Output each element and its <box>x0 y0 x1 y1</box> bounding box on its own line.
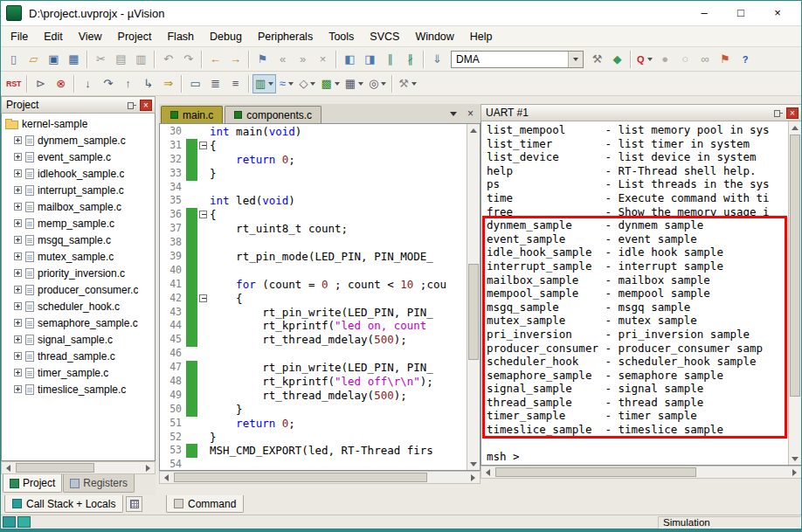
system-viewer-icon-dropdown[interactable] <box>335 82 340 86</box>
tree-item-kernel-sample[interactable]: kernel-sample <box>2 115 155 132</box>
nav-back-icon[interactable]: ← <box>205 50 225 69</box>
project-hscrollbar[interactable] <box>1 461 156 474</box>
step-out-icon[interactable]: ↑ <box>118 74 138 93</box>
menu-item-file[interactable]: File <box>3 28 36 45</box>
menu-item-debug[interactable]: Debug <box>202 28 250 45</box>
minimize-button[interactable]: – <box>686 2 722 24</box>
analysis-window-icon[interactable]: ≈ <box>276 74 296 93</box>
kill-breakpoints-icon[interactable]: ∞ <box>695 50 716 69</box>
step-into-icon[interactable]: ↓ <box>78 74 98 93</box>
tree-item-timer-sample-c[interactable]: timer_sample.c <box>2 364 155 381</box>
tab-call-stack-locals[interactable]: Call Stack + Locals <box>4 495 123 513</box>
tree-item-producer-consumer-c[interactable]: producer_consumer.c <box>2 281 155 298</box>
command-window-icon[interactable]: ▭ <box>185 74 205 93</box>
target-select[interactable]: DMA <box>451 51 584 68</box>
save-all-icon[interactable]: ▦ <box>64 50 84 69</box>
find-in-files-icon[interactable]: Q <box>634 50 655 69</box>
editor-hscrollbar[interactable] <box>159 471 481 484</box>
status-panel-icon-2[interactable] <box>17 516 31 528</box>
expand-icon[interactable] <box>14 286 22 294</box>
scroll-right-icon[interactable] <box>788 466 801 478</box>
trace-window-icon[interactable]: ◇ <box>296 74 318 93</box>
tree-item-scheduler-hook-c[interactable]: scheduler_hook.c <box>2 298 155 314</box>
tree-item-interrupt-sample-c[interactable]: interrupt_sample.c <box>2 182 155 198</box>
expand-icon[interactable] <box>14 203 22 211</box>
expand-icon[interactable] <box>14 153 22 161</box>
step-over-icon[interactable]: ↷ <box>98 74 118 93</box>
serial-window-icon-dropdown[interactable] <box>268 82 273 86</box>
scroll-down-icon[interactable] <box>789 453 801 465</box>
scroll-up-icon[interactable] <box>789 121 801 134</box>
help-icon[interactable]: ? <box>736 50 756 69</box>
new-file-icon[interactable]: ▯ <box>3 50 24 69</box>
memory-window-icon[interactable]: ▦ <box>342 74 366 93</box>
nav-forward-icon[interactable]: → <box>225 50 245 69</box>
expand-icon[interactable] <box>14 302 22 310</box>
toolbox-icon-dropdown[interactable] <box>411 82 417 86</box>
serial-window-icon[interactable]: ▥ <box>252 74 276 93</box>
paste-icon[interactable]: ▥ <box>131 50 151 69</box>
view-grid-button[interactable] <box>126 496 142 512</box>
menu-item-window[interactable]: Window <box>407 28 461 45</box>
undo-icon[interactable]: ↶ <box>158 50 178 69</box>
maximize-button[interactable]: □ <box>722 2 759 24</box>
fold-collapse-icon[interactable] <box>199 294 207 302</box>
tab-command[interactable]: Command <box>166 495 244 513</box>
fold-collapse-icon[interactable] <box>199 142 207 149</box>
uart-close-icon[interactable]: × <box>786 107 799 119</box>
scroll-thumb[interactable] <box>174 473 427 482</box>
tree-item-thread-sample-c[interactable]: thread_sample.c <box>2 348 155 364</box>
pin-icon[interactable] <box>126 100 137 111</box>
code-area[interactable]: 30int main(void)31{32 return 0;33}3435in… <box>160 124 467 470</box>
uart-output[interactable]: list_mempool - list memory pool in sysli… <box>481 121 788 465</box>
manage-rte-icon[interactable]: ◆ <box>607 50 627 69</box>
target-select-dropdown-icon[interactable] <box>568 52 583 67</box>
tree-item-signal-sample-c[interactable]: signal_sample.c <box>2 331 155 348</box>
expand-icon[interactable] <box>14 136 22 144</box>
reset-icon[interactable]: RST <box>3 74 24 93</box>
expand-icon[interactable] <box>14 352 22 360</box>
clear-bookmarks-icon[interactable]: × <box>313 50 333 69</box>
tree-item-dynmem-sample-c[interactable]: dynmem_sample.c <box>2 132 155 149</box>
expand-icon[interactable] <box>14 236 22 244</box>
editor-tab-main-c[interactable]: main.c <box>161 106 223 123</box>
tab-registers[interactable]: Registers <box>63 474 135 493</box>
close-file-button[interactable] <box>464 107 477 121</box>
tree-item-semaphore-sample-c[interactable]: semaphore_sample.c <box>2 314 155 331</box>
scroll-thumb[interactable] <box>495 467 696 477</box>
tree-item-mutex-sample-c[interactable]: mutex_sample.c <box>2 248 155 265</box>
expand-icon[interactable] <box>14 219 22 227</box>
scroll-down-icon[interactable] <box>467 458 480 470</box>
expand-icon[interactable] <box>14 169 22 177</box>
system-viewer-icon[interactable]: ▩ <box>318 74 342 93</box>
save-icon[interactable]: ▣ <box>44 50 64 69</box>
open-folder-icon[interactable]: ▱ <box>24 50 44 69</box>
fold-collapse-icon[interactable] <box>199 211 207 218</box>
insert-breakpoint-icon[interactable]: ● <box>655 50 675 69</box>
menu-item-tools[interactable]: Tools <box>321 28 362 45</box>
scroll-up-icon[interactable] <box>467 124 480 136</box>
uncomment-icon[interactable]: ∦ <box>400 50 420 69</box>
find-in-files-icon-dropdown[interactable] <box>647 58 653 61</box>
show-next-statement-icon[interactable]: ⇒ <box>158 74 178 93</box>
scroll-right-icon[interactable] <box>467 472 480 483</box>
expand-icon[interactable] <box>14 186 22 194</box>
scroll-left-icon[interactable] <box>481 466 494 478</box>
watch-window-icon-dropdown[interactable] <box>381 82 386 86</box>
menu-item-view[interactable]: View <box>71 28 110 45</box>
scroll-thumb[interactable] <box>790 135 800 397</box>
tree-item-priority-inversion-c[interactable]: priority_inversion.c <box>2 265 155 281</box>
bookmark-icon[interactable]: ⚑ <box>252 50 273 69</box>
indent-icon[interactable]: ◨ <box>360 50 380 69</box>
menu-item-flash[interactable]: Flash <box>159 28 202 45</box>
tree-item-idlehook-sample-c[interactable]: idlehook_sample.c <box>2 165 155 182</box>
comment-icon[interactable]: ∥ <box>380 50 400 69</box>
tree-item-timeslice-sample-c[interactable]: timeslice_sample.c <box>2 381 155 397</box>
menu-item-edit[interactable]: Edit <box>36 28 71 45</box>
tree-item-msgq-sample-c[interactable]: msgq_sample.c <box>2 231 155 248</box>
uart-vscrollbar[interactable] <box>788 121 801 465</box>
uart-hscrollbar[interactable] <box>481 466 802 479</box>
scroll-right-icon[interactable] <box>142 462 155 473</box>
toolbox-icon[interactable]: ⚒ <box>396 74 419 93</box>
tree-item-event-sample-c[interactable]: event_sample.c <box>2 149 155 165</box>
